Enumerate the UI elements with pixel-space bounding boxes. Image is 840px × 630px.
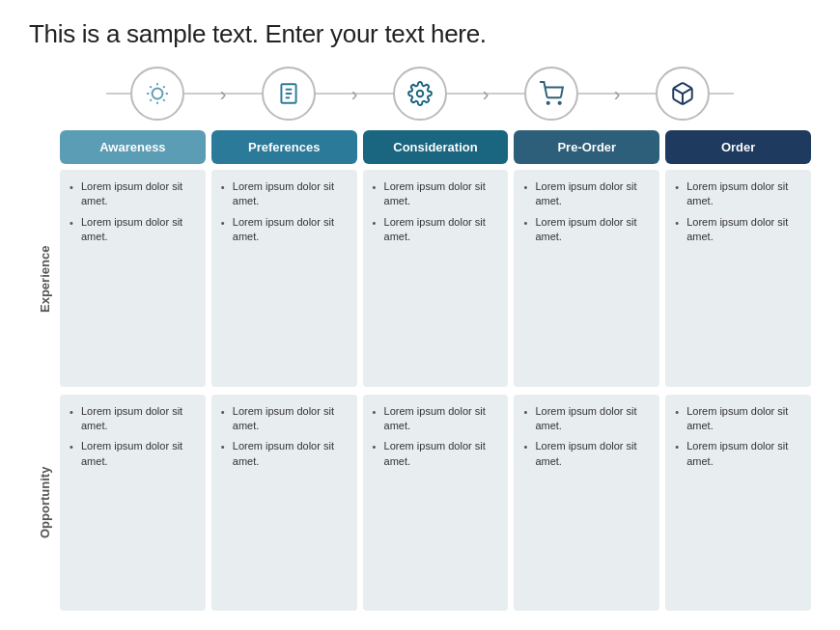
col-header-preferences: Preferences bbox=[211, 130, 357, 164]
arrow-3 bbox=[471, 83, 500, 105]
timeline-step-preorder bbox=[500, 67, 602, 121]
data-row-opportunity: Lorem ipsum dolor sit amet. Lorem ipsum … bbox=[60, 395, 811, 612]
timeline-step-order bbox=[631, 67, 734, 121]
cell-experience-consideration: Lorem ipsum dolor sit amet. Lorem ipsum … bbox=[363, 170, 509, 387]
svg-line-5 bbox=[150, 86, 152, 88]
timeline-step-consideration bbox=[369, 67, 471, 121]
timeline-circle-consideration bbox=[393, 67, 447, 121]
cell-experience-preferences: Lorem ipsum dolor sit amet. Lorem ipsum … bbox=[211, 170, 357, 387]
col-header-preorder: Pre-Order bbox=[514, 130, 659, 164]
cell-experience-order: Lorem ipsum dolor sit amet. Lorem ipsum … bbox=[665, 170, 811, 387]
svg-line-6 bbox=[163, 99, 165, 101]
timeline-circle-preferences bbox=[262, 67, 316, 121]
page-title: This is a sample text. Enter your text h… bbox=[29, 19, 811, 49]
col-header-awareness: Awareness bbox=[60, 130, 206, 164]
svg-point-0 bbox=[153, 89, 163, 99]
timeline-step-awareness bbox=[106, 67, 209, 121]
svg-point-14 bbox=[547, 102, 549, 104]
timeline bbox=[29, 67, 811, 121]
table-wrapper: Experience Opportunity Awareness Prefere… bbox=[29, 130, 811, 611]
arrow-1 bbox=[209, 83, 238, 105]
svg-point-13 bbox=[417, 91, 424, 97]
svg-point-15 bbox=[559, 102, 561, 104]
svg-line-7 bbox=[150, 99, 152, 101]
cell-opportunity-awareness: Lorem ipsum dolor sit amet. Lorem ipsum … bbox=[60, 395, 206, 612]
timeline-circle-order bbox=[656, 67, 710, 121]
col-header-consideration: Consideration bbox=[363, 130, 509, 164]
arrow-4 bbox=[602, 83, 631, 105]
cell-opportunity-preferences: Lorem ipsum dolor sit amet. Lorem ipsum … bbox=[211, 395, 357, 612]
svg-line-8 bbox=[163, 86, 165, 88]
cell-opportunity-preorder: Lorem ipsum dolor sit amet. Lorem ipsum … bbox=[514, 395, 659, 612]
timeline-step-preferences bbox=[238, 67, 340, 121]
row-label-experience: Experience bbox=[29, 171, 60, 387]
cell-opportunity-consideration: Lorem ipsum dolor sit amet. Lorem ipsum … bbox=[363, 395, 509, 612]
col-headers: Awareness Preferences Consideration Pre-… bbox=[60, 130, 811, 164]
arrow-2 bbox=[340, 83, 369, 105]
col-header-order: Order bbox=[665, 130, 811, 164]
data-row-experience: Lorem ipsum dolor sit amet. Lorem ipsum … bbox=[60, 170, 811, 387]
cell-experience-awareness: Lorem ipsum dolor sit amet. Lorem ipsum … bbox=[60, 170, 206, 387]
row-label-opportunity: Opportunity bbox=[29, 395, 60, 611]
page: This is a sample text. Enter your text h… bbox=[0, 0, 840, 630]
rows-area: Lorem ipsum dolor sit amet. Lorem ipsum … bbox=[60, 170, 811, 611]
cell-experience-preorder: Lorem ipsum dolor sit amet. Lorem ipsum … bbox=[514, 170, 659, 387]
row-labels: Experience Opportunity bbox=[29, 171, 60, 611]
timeline-circle-awareness bbox=[130, 67, 184, 121]
timeline-circle-preorder bbox=[524, 67, 578, 121]
cell-opportunity-order: Lorem ipsum dolor sit amet. Lorem ipsum … bbox=[665, 395, 811, 612]
table-main: Awareness Preferences Consideration Pre-… bbox=[60, 130, 811, 611]
